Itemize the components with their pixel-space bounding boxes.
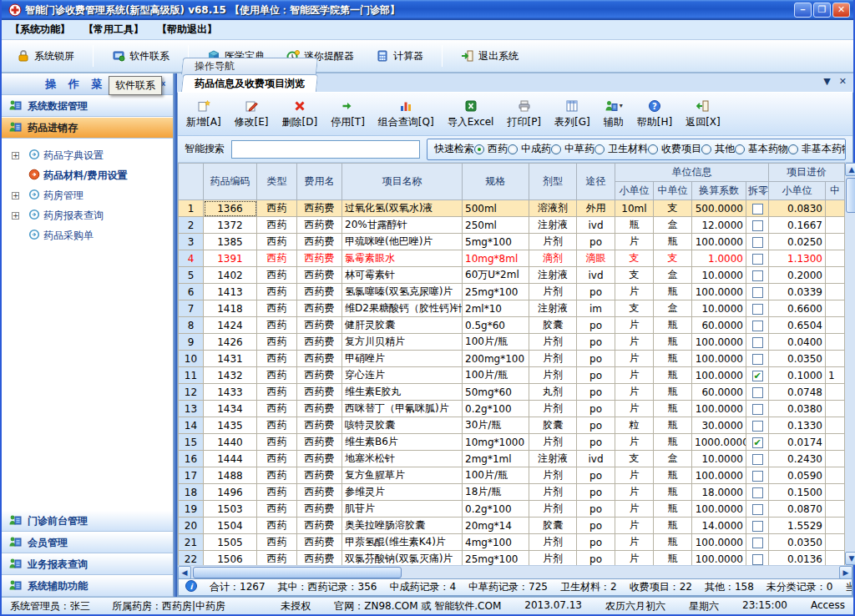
sub-col-header-4[interactable]: 小单位 (769, 182, 826, 200)
action-button-print[interactable]: 打印[P] (507, 99, 541, 129)
split-checkbox[interactable] (752, 220, 763, 231)
split-checkbox[interactable]: ✔ (752, 437, 763, 448)
split-checkbox[interactable] (752, 337, 763, 348)
radio-icon[interactable] (551, 144, 561, 154)
radio-option-6[interactable]: 基本药物 (735, 142, 788, 156)
split-checkbox[interactable] (752, 321, 763, 331)
dropdown-caret-icon[interactable]: ▾ (620, 102, 623, 109)
sub-col-header-3[interactable]: 拆零 (746, 182, 769, 200)
action-button-new[interactable]: 新增[A] (186, 99, 221, 129)
tab-0[interactable]: 操作导航 (181, 58, 318, 74)
toolbar-button-lock[interactable]: 系统锁屏 (10, 46, 81, 67)
menu-item-1[interactable]: 【常用工具】 (82, 21, 152, 38)
action-button-help[interactable]: ?帮助[H] (637, 99, 672, 129)
sub-col-header-0[interactable]: 小单位 (615, 182, 654, 200)
split-checkbox[interactable] (752, 471, 763, 482)
action-button-return[interactable]: 返回[X] (686, 99, 721, 129)
action-button-query[interactable]: 组合查询[Q] (378, 99, 434, 129)
table-row[interactable]: 171488西药西药费复方鱼腥草片100片/瓶片剂po片瓶100.00000.0… (179, 467, 845, 484)
split-checkbox[interactable] (752, 554, 763, 565)
tree-item-4[interactable]: 药品采购单 (2, 225, 173, 245)
radio-icon[interactable] (508, 144, 518, 154)
col-header-4[interactable]: 规格 (463, 164, 529, 200)
split-checkbox[interactable] (752, 454, 763, 465)
sub-col-header-2[interactable]: 换算系数 (692, 182, 746, 200)
col-header-5[interactable]: 剂型 (529, 164, 577, 200)
expand-plus-icon[interactable]: + (12, 152, 19, 159)
sub-col-header-1[interactable]: 中单位 (654, 182, 692, 200)
table-row[interactable]: 71418西药西药费维D2果糖酸钙（胶性钙)针2ml*10注射液im支盒10.0… (179, 300, 845, 317)
split-checkbox[interactable] (752, 487, 763, 498)
menu-item-0[interactable]: 【系统功能】 (8, 21, 78, 38)
close-button[interactable]: ✕ (832, 3, 850, 18)
split-checkbox[interactable] (752, 270, 763, 281)
col-header-6[interactable]: 途径 (577, 164, 615, 200)
expand-plus-icon[interactable]: + (12, 212, 19, 220)
tab-1[interactable]: 药品信息及收费项目浏览 (181, 74, 318, 92)
tree-item-1[interactable]: 药品材料/费用设置 (2, 165, 173, 185)
radio-icon[interactable] (474, 144, 484, 154)
toolbar-button-exit[interactable]: 退出系统 (454, 46, 525, 67)
table-row[interactable]: 201504西药西药费奥美拉唑肠溶胶囊20mg*14胶囊po片瓶14.00001… (179, 518, 845, 534)
radio-option-3[interactable]: 卫生材料 (594, 142, 648, 156)
radio-icon[interactable] (788, 144, 798, 154)
minimize-button[interactable]: － (794, 3, 812, 18)
action-button-excel[interactable]: 导入Excel (448, 99, 494, 129)
radio-icon[interactable] (701, 144, 711, 154)
table-row[interactable]: 91426西药西药费复方川贝精片100片/瓶片剂po片瓶100.00000.04… (179, 334, 845, 351)
split-checkbox[interactable] (752, 204, 763, 215)
table-row[interactable]: 31385西药西药费甲巯咪唑(他巴唑)片5mg*100片剂po片瓶100.000… (179, 234, 845, 250)
vertical-scroll-thumb[interactable] (846, 178, 855, 213)
radio-option-5[interactable]: 其他 (701, 142, 735, 156)
col-header-1[interactable]: 类型 (257, 164, 297, 200)
radio-icon[interactable] (594, 144, 605, 154)
sidebar-bottom-group-0[interactable]: 门诊前台管理 (2, 510, 173, 532)
radio-icon[interactable] (648, 144, 658, 154)
sub-col-header-5[interactable]: 中 (826, 182, 845, 200)
table-row[interactable]: 191503西药西药费肌苷片0.2g*100片剂po片瓶100.00000.08… (179, 501, 845, 518)
table-row[interactable]: 81424西药西药费健肝灵胶囊0.5g*60胶囊po片瓶60.00000.650… (179, 317, 845, 334)
scroll-up-icon[interactable]: ▲ (845, 163, 855, 176)
search-input[interactable] (231, 140, 420, 159)
horizontal-scrollbar[interactable]: ◀ ▶ (178, 565, 852, 578)
split-checkbox[interactable] (752, 421, 763, 432)
table-row[interactable]: 151440西药西药费维生素B6片10mg*1000片剂po片瓶1000.000… (179, 434, 845, 451)
radio-option-2[interactable]: 中草药 (551, 142, 594, 156)
split-checkbox[interactable] (752, 404, 763, 415)
table-row[interactable]: 111432西药西药费穿心连片100片/瓶片剂po片瓶100.0000✔0.10… (179, 367, 845, 384)
table-row[interactable]: 21372西药西药费20%甘露醇针250ml注射液ivd瓶盒12.00000.1… (179, 217, 845, 234)
sidebar-group-0[interactable]: 系统数据管理 (2, 95, 173, 117)
expand-plus-icon[interactable]: + (12, 192, 19, 199)
col-header-3[interactable]: 项目名称 (342, 164, 463, 200)
table-row[interactable]: 121433西药西药费维生素E胶丸50mg*60丸剂po片瓶60.00000.0… (179, 384, 845, 401)
table-row[interactable]: 41391西药西药费氯霉素眼水10mg*8ml滴剂滴眼支支1.00001.130… (179, 250, 845, 267)
split-checkbox[interactable] (752, 304, 763, 315)
scroll-right-icon[interactable]: ▶ (839, 566, 852, 579)
split-checkbox[interactable] (752, 237, 763, 248)
restore-button[interactable]: ❐ (813, 3, 831, 18)
scroll-left-icon[interactable]: ◀ (178, 566, 191, 579)
table-row[interactable]: 211505西药西药费甲萘氢醌(维生素K4)片4mg*100片剂po片瓶100.… (179, 534, 845, 551)
action-button-delete[interactable]: 删除[D] (282, 99, 318, 129)
tree-item-0[interactable]: +药品字典设置 (2, 145, 173, 165)
tab-close-icon[interactable]: ✕ (839, 76, 847, 87)
split-checkbox[interactable] (752, 354, 763, 365)
table-row[interactable]: 131434西药西药费西咪替丁（甲氰咪胍)片0.2g*100片剂po片瓶100.… (179, 401, 845, 417)
sidebar-group-1[interactable]: 药品进销存 (2, 117, 173, 139)
table-row[interactable]: 61413西药西药费氢氯噻嗪(双氢克尿噻)片25mg*100片剂po片瓶100.… (179, 284, 845, 300)
split-checkbox[interactable] (752, 521, 763, 532)
horizontal-scroll-thumb[interactable] (193, 567, 402, 578)
sidebar-bottom-group-3[interactable]: 系统辅助功能 (2, 575, 173, 597)
action-button-assist[interactable]: ▾辅助 (604, 99, 624, 129)
tree-item-2[interactable]: +药房管理 (2, 185, 173, 205)
table-row[interactable]: 161444西药西药费地塞米松针2mg*1ml注射液ivd支盒10.00000.… (179, 451, 845, 467)
tree-item-3[interactable]: +药房报表查询 (2, 205, 173, 225)
col-header-2[interactable]: 费用名 (297, 164, 342, 200)
table-row[interactable]: 51402西药西药费林可霉素针60万U*2ml注射液ivd支盒10.00000.… (179, 267, 845, 284)
toolbar-button-calculator[interactable]: 计算器 (369, 46, 430, 67)
split-checkbox[interactable] (752, 387, 763, 398)
radio-option-4[interactable]: 收费项目 (648, 142, 701, 156)
radio-option-7[interactable]: 非基本药物 (788, 142, 846, 156)
table-row[interactable]: 141435西药西药费咳特灵胶囊30片/瓶胶囊po粒瓶30.00000.1330 (179, 417, 845, 434)
radio-icon[interactable] (735, 144, 745, 154)
